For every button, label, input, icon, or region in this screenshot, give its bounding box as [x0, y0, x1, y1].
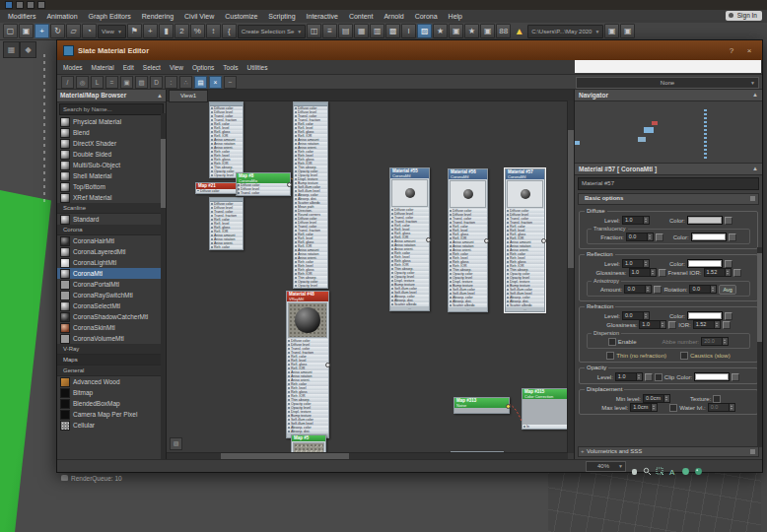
collapse-arrow-icon[interactable]: ▲ — [752, 90, 758, 100]
node-output-socket[interactable] — [484, 238, 489, 243]
collapse-arrow-icon[interactable]: ▲ — [752, 164, 758, 174]
nodeview-vscrollbar[interactable] — [567, 100, 574, 453]
close-button[interactable]: × — [742, 46, 756, 55]
node-list-c[interactable]: Diffuse colorDiffuse levelTransl. colorT… — [293, 101, 328, 289]
avg-button[interactable]: Avg — [719, 285, 735, 295]
spinner-arrows-icon[interactable] — [643, 312, 649, 319]
browser-search-input[interactable]: Search by Name... — [59, 103, 164, 115]
editor-toolbar-icon[interactable]: ▨ — [135, 76, 148, 89]
node-corona-mtl-2[interactable]: Material #56CoronaMtlDiffuse colorDiffus… — [448, 168, 488, 312]
spinner-field[interactable]: 1.0 — [622, 259, 650, 268]
node-corona-mtl-1[interactable]: Material #55CoronaMtlDiffuse colorDiffus… — [389, 167, 430, 311]
browser-item[interactable]: Camera Map Per Pixel — [57, 409, 166, 420]
browser-item[interactable]: Double Sided — [57, 149, 166, 160]
quick-access-icon[interactable] — [27, 1, 35, 9]
toolbar-icon[interactable]: ▣ — [449, 24, 463, 38]
spinner-field[interactable]: 0.0 — [626, 233, 654, 241]
spinner-field[interactable]: 0.0 — [708, 403, 735, 412]
spinner-arrows-icon[interactable] — [725, 269, 731, 276]
editor-menu-edit[interactable]: Edit — [123, 64, 134, 71]
browser-item[interactable]: Multi/Sub-Object — [57, 160, 166, 170]
browser-item[interactable]: Blend — [57, 127, 166, 138]
node-canvas[interactable]: Diffuse colorDiffuse levelTransl. colorT… — [167, 90, 574, 459]
toolbar-icon[interactable]: ▮ — [159, 24, 174, 38]
pan-icon[interactable] — [630, 462, 639, 471]
rollout-collapsed[interactable]: Volumetrics and SSS — [578, 446, 759, 457]
node-slot[interactable]: Scatter albedo — [390, 302, 429, 306]
spinner-field[interactable]: 1.0 — [615, 372, 643, 381]
spinner-arrows-icon[interactable] — [643, 217, 649, 224]
parameter-header[interactable]: Material #57 [ CoronaMtl ]▲ — [575, 164, 762, 175]
toolbar-icon[interactable]: ≡ — [322, 24, 337, 38]
zoom-region-icon[interactable] — [656, 462, 664, 471]
app-menu-customize[interactable]: Customize — [225, 13, 257, 20]
app-menu-corona[interactable]: Corona — [415, 13, 438, 20]
view-tab[interactable]: View1 — [169, 90, 208, 102]
spinner-arrows-icon[interactable] — [729, 404, 734, 411]
editor-toolbar-icon[interactable]: ◎ — [76, 76, 89, 89]
editor-menu-view[interactable]: View — [170, 64, 183, 71]
nodeview-hscrollbar[interactable] — [167, 452, 568, 459]
sign-in-button[interactable]: Sign In — [726, 11, 762, 21]
browser-item[interactable]: CoronaRaySwitchMtl — [57, 290, 166, 300]
quick-access-icon[interactable] — [37, 1, 45, 9]
color-swatch[interactable] — [694, 372, 730, 381]
editor-menu-modes[interactable]: Modes — [63, 64, 83, 71]
navigator-minimap[interactable] — [575, 101, 762, 164]
node-header[interactable]: Material #57CoronaMtl — [506, 169, 544, 179]
node-input-slot[interactable]: In — [523, 425, 570, 429]
editor-toolbar-icon[interactable]: L — [91, 76, 104, 89]
toolbar-icon[interactable]: + — [35, 24, 49, 38]
browser-item[interactable]: CoronaMtl — [57, 268, 166, 279]
quick-access-icon[interactable] — [5, 1, 13, 9]
browser-header[interactable]: Material/Map Browser▲ — [57, 90, 166, 102]
spinner-arrows-icon[interactable] — [647, 233, 653, 240]
editor-toolbar-icon[interactable]: ∴ — [179, 76, 192, 89]
toolbar-icon[interactable]: ↻ — [50, 24, 65, 38]
browser-item[interactable]: CoronaVolumeMtl — [57, 333, 166, 344]
spinner-field[interactable]: 1.0 — [629, 268, 657, 277]
node-slot[interactable]: Absorp. dist. — [287, 430, 328, 433]
app-menu-animation[interactable]: Animation — [46, 13, 77, 20]
browser-item[interactable]: CoronaSelectMtl — [57, 300, 166, 311]
checkbox[interactable] — [655, 373, 662, 381]
browser-group-header[interactable]: Maps — [57, 355, 166, 366]
node-slot[interactable]: Refr. color — [210, 245, 243, 249]
map-slot-button[interactable] — [723, 321, 731, 329]
map-slot-button[interactable] — [725, 312, 732, 320]
node-list-a[interactable]: Diffuse colorDiffuse levelTransl. colorT… — [209, 101, 244, 178]
editor-menu-tools[interactable]: Tools — [223, 64, 238, 71]
map-slot-button[interactable] — [668, 321, 676, 329]
checkbox[interactable] — [713, 395, 721, 403]
zoom-extents-selected-icon[interactable] — [681, 462, 690, 471]
node-mix-map[interactable]: Map #8CoronaMixDiffuse colorDiffuse leve… — [236, 172, 291, 196]
spinner-field[interactable]: 20.0 — [701, 337, 729, 346]
spinner-arrows-icon[interactable] — [651, 404, 657, 411]
node-header[interactable]: Map #315Color Correction — [523, 389, 570, 399]
spinner-field[interactable]: 1.52 — [693, 320, 721, 329]
toolbar-icon[interactable]: ▢ — [3, 24, 18, 38]
app-menu-arnold[interactable]: Arnold — [384, 13, 403, 20]
node-output-socket[interactable] — [541, 238, 546, 243]
toolbar-icon[interactable]: ★ — [433, 24, 448, 38]
params-scrollbar[interactable] — [757, 247, 762, 447]
editor-toolbar-icon[interactable]: ~ — [224, 76, 237, 89]
spinner-arrows-icon[interactable] — [660, 321, 665, 328]
spinner-arrows-icon[interactable] — [710, 286, 716, 293]
editor-toolbar-icon[interactable]: ▣ — [120, 76, 133, 89]
toolbar-icon[interactable]: ▥ — [370, 24, 384, 38]
node-header[interactable]: Material #56CoronaMtl — [449, 169, 487, 179]
node-list-b[interactable]: Diffuse colorDiffuse levelTransl. colorT… — [209, 197, 244, 250]
spinner-field[interactable]: 1.0 — [639, 320, 666, 329]
node-slot[interactable]: Scatter albedo — [506, 303, 544, 307]
editor-menu-options[interactable]: Options — [192, 64, 214, 71]
browser-item[interactable]: Top/Bottom — [57, 181, 166, 192]
quick-access-icon[interactable] — [16, 1, 24, 9]
map-slot-button[interactable] — [733, 269, 741, 277]
checkbox[interactable] — [669, 404, 677, 412]
editor-menu-material[interactable]: Material — [92, 64, 114, 71]
node-vray-mtl[interactable]: Material #48VRayMtlDiffuse colorDiffuse … — [286, 291, 329, 438]
spinner-arrows-icon[interactable] — [722, 338, 728, 345]
node-corona-mtl-3[interactable]: Material #57CoronaMtlDiffuse colorDiffus… — [505, 168, 545, 312]
map-slot-button[interactable] — [654, 286, 662, 294]
